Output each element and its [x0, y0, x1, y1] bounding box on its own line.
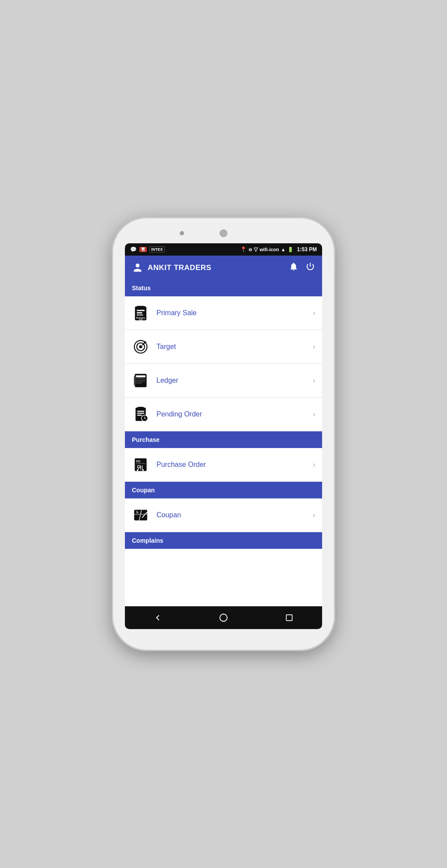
- minus-icon: ⊖: [248, 247, 252, 252]
- header-left: ANKIT TRADERS: [132, 262, 211, 274]
- menu-list: Status Primary Sale Primary: [125, 280, 322, 606]
- status-bar: 💬 🦷 INTEX 📍 ⊖ ▽ wifi-icon ▲ 🔋 1:53 PM: [125, 243, 322, 256]
- svg-text:PO: PO: [136, 460, 140, 463]
- svg-point-38: [142, 470, 144, 471]
- svg-point-46: [220, 614, 227, 622]
- section-header-purchase: Purchase: [125, 431, 322, 448]
- ledger-arrow: ›: [313, 377, 315, 384]
- app-icon-2: 🦷: [139, 247, 147, 252]
- recents-button[interactable]: [280, 612, 298, 624]
- 3g-label: wifi-icon: [259, 247, 279, 252]
- person-icon: [132, 262, 143, 274]
- app-header: ANKIT TRADERS: [125, 256, 322, 280]
- target-label: Target: [156, 343, 313, 351]
- home-button[interactable]: [215, 612, 232, 624]
- section-header-coupan: Coupan: [125, 482, 322, 498]
- svg-rect-32: [136, 463, 145, 464]
- wifi-icon: ▽: [254, 246, 258, 253]
- purchase-order-label: Purchase Order: [156, 461, 313, 469]
- svg-rect-25: [137, 413, 144, 413]
- menu-item-pending-order[interactable]: Pending Order ›: [125, 398, 322, 431]
- header-title: ANKIT TRADERS: [148, 263, 211, 272]
- pending-order-arrow: ›: [313, 410, 315, 418]
- purchase-order-arrow: ›: [313, 461, 315, 469]
- svg-text:Sale: Sale: [138, 319, 143, 321]
- svg-rect-19: [136, 381, 145, 381]
- bell-icon[interactable]: [289, 262, 298, 274]
- svg-rect-3: [137, 310, 145, 311]
- menu-item-primary-sale[interactable]: Primary Sale Primary Sale ›: [125, 296, 322, 330]
- intex-logo: INTEX: [149, 246, 165, 253]
- svg-rect-4: [137, 312, 142, 313]
- status-bar-left: 💬 🦷 INTEX: [130, 246, 165, 253]
- location-icon: 📍: [240, 246, 247, 253]
- ledger-icon: ₹: [132, 372, 149, 389]
- coupan-label: Coupan: [156, 511, 313, 519]
- primary-sale-label: Primary Sale: [156, 309, 313, 317]
- svg-text:₹: ₹: [138, 375, 140, 378]
- svg-rect-21: [134, 376, 136, 385]
- section-coupan-label: Coupan: [132, 487, 155, 494]
- menu-item-purchase-order[interactable]: PO Purchase Order ›: [125, 448, 322, 482]
- svg-rect-47: [286, 615, 292, 620]
- svg-rect-24: [137, 411, 144, 412]
- target-arrow: ›: [313, 343, 315, 351]
- menu-item-ledger[interactable]: ₹ Ledger ›: [125, 364, 322, 398]
- svg-rect-2: [137, 306, 145, 308]
- ledger-label: Ledger: [156, 377, 313, 384]
- menu-item-target[interactable]: Target ›: [125, 330, 322, 364]
- svg-point-0: [136, 263, 140, 267]
- section-header-status: Status: [125, 280, 322, 296]
- header-icons: [289, 262, 315, 274]
- section-header-complains: Complains: [125, 532, 322, 549]
- pending-order-icon: [132, 406, 149, 423]
- purchase-order-icon: PO: [132, 456, 149, 473]
- chat-icon: 💬: [130, 246, 137, 253]
- battery-icon: 🔋: [287, 247, 294, 253]
- target-icon: [132, 338, 149, 356]
- section-complains-label: Complains: [132, 537, 163, 544]
- coupon-icon: %: [132, 506, 149, 524]
- menu-item-coupan[interactable]: % Coupan ›: [125, 498, 322, 532]
- section-purchase-label: Purchase: [132, 436, 160, 443]
- back-button[interactable]: [149, 612, 167, 624]
- power-icon[interactable]: [305, 262, 315, 274]
- screen: 💬 🦷 INTEX 📍 ⊖ ▽ wifi-icon ▲ 🔋 1:53 PM: [125, 243, 322, 629]
- primary-sale-arrow: ›: [313, 309, 315, 317]
- nav-bar: [125, 606, 322, 629]
- pending-order-label: Pending Order: [156, 410, 313, 418]
- coupan-arrow: ›: [313, 511, 315, 519]
- primary-sale-icon: Primary Sale: [132, 304, 149, 322]
- svg-rect-26: [137, 415, 142, 416]
- svg-rect-16: [136, 375, 145, 377]
- svg-point-11: [139, 345, 142, 348]
- svg-rect-23: [138, 407, 144, 409]
- time-display: 1:53 PM: [297, 246, 317, 253]
- svg-text:%: %: [136, 511, 138, 514]
- phone-shell: 💬 🦷 INTEX 📍 ⊖ ▽ wifi-icon ▲ 🔋 1:53 PM: [112, 217, 335, 651]
- svg-rect-18: [136, 379, 145, 380]
- signal-bars-icon: ▲: [281, 247, 286, 252]
- status-bar-right: 📍 ⊖ ▽ wifi-icon ▲ 🔋 1:53 PM: [240, 246, 317, 253]
- section-status-label: Status: [132, 285, 151, 292]
- svg-point-37: [137, 470, 138, 471]
- svg-rect-20: [136, 383, 142, 384]
